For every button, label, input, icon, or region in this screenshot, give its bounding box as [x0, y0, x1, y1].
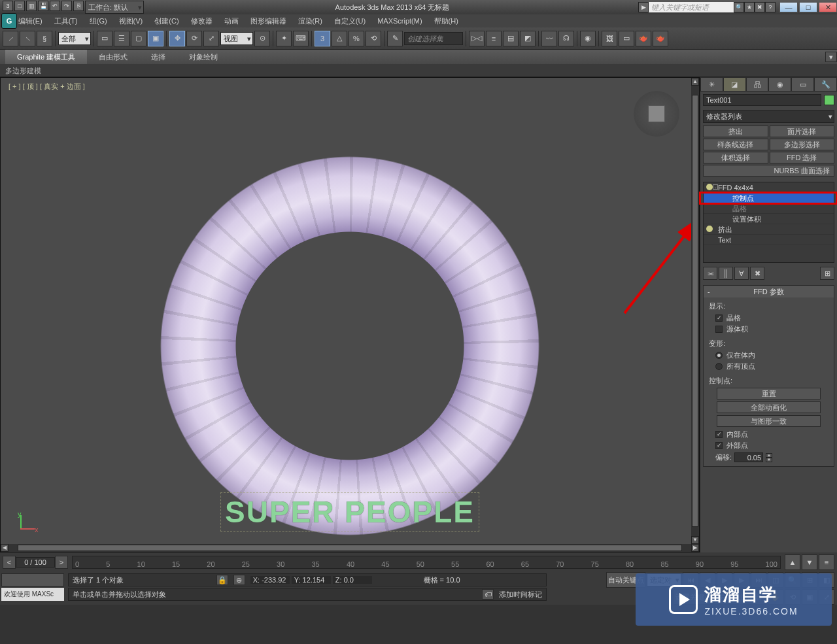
link-tool-icon[interactable]: ⟋: [3, 31, 18, 46]
search-go-icon[interactable]: 🔍: [734, 2, 744, 12]
bind-spacewarp-icon[interactable]: §: [37, 31, 52, 46]
menu-views[interactable]: 视图(V): [119, 16, 143, 26]
workspace-selector[interactable]: 工作台: 默认: [85, 1, 144, 14]
percent-snap-icon[interactable]: %: [349, 31, 364, 46]
button-reset[interactable]: 重置: [717, 388, 821, 399]
ribbon-tab-objectpaint[interactable]: 对象绘制: [177, 50, 230, 64]
offset-value-input[interactable]: [734, 452, 763, 462]
goto-start-icon[interactable]: ⏮: [683, 572, 698, 588]
menu-tools[interactable]: 工具(T): [54, 16, 78, 26]
rendered-frame-icon[interactable]: ▭: [619, 31, 634, 46]
scene-torus-object[interactable]: [160, 156, 539, 535]
play-icon[interactable]: ▶: [717, 572, 732, 588]
timeconfig2-icon[interactable]: >: [55, 556, 68, 569]
panel-hierarchy-icon[interactable]: 品: [746, 77, 769, 92]
abs-rel-icon[interactable]: ⊕: [233, 575, 245, 585]
make-unique-icon[interactable]: ∀: [734, 267, 749, 280]
goto-end-icon[interactable]: ⏭: [751, 572, 766, 588]
cmdpanel-scroll-up-icon[interactable]: ▲: [785, 554, 800, 570]
manipulate-icon[interactable]: ✦: [276, 31, 292, 46]
panel-modify-icon[interactable]: ◪: [723, 77, 746, 92]
nav-zoom-icon[interactable]: ⤢: [819, 589, 834, 605]
add-time-tag[interactable]: 添加时间标记: [499, 590, 542, 600]
select-object-icon[interactable]: ▭: [97, 31, 112, 46]
keyboard-shortcut-icon[interactable]: ⌨: [293, 31, 309, 46]
maximize-button[interactable]: □: [799, 2, 817, 12]
ref-coord-system[interactable]: 视图: [220, 32, 253, 45]
fov-icon[interactable]: ◧: [819, 572, 834, 588]
modset-patchsel[interactable]: 面片选择: [770, 126, 835, 137]
menu-modifiers[interactable]: 修改器: [191, 16, 213, 26]
modset-volsel[interactable]: 体积选择: [703, 152, 768, 163]
unlink-tool-icon[interactable]: ⟍: [20, 31, 35, 46]
open-icon[interactable]: ▥: [26, 1, 37, 11]
exchange-icon[interactable]: ✖: [755, 2, 765, 12]
menu-animation[interactable]: 动画: [224, 16, 239, 26]
radio-only-in-volume[interactable]: 仅在体内: [709, 350, 828, 361]
checkbox-inside-points[interactable]: ✓内部点: [709, 429, 828, 440]
spinner-snap-icon[interactable]: ⟲: [366, 31, 381, 46]
stack-ffd[interactable]: -FFD 4x4x4: [704, 182, 834, 193]
next-frame-icon[interactable]: ▶: [734, 572, 749, 588]
coord-z[interactable]: Z: 0.0: [333, 576, 372, 584]
coord-x[interactable]: X: -233.92: [250, 576, 290, 584]
panel-create-icon[interactable]: ✳: [700, 77, 723, 92]
menu-grapheditors[interactable]: 图形编辑器: [250, 16, 286, 26]
modset-extrude[interactable]: 挤出: [703, 126, 768, 137]
object-color-swatch[interactable]: [824, 95, 834, 105]
app-menu-icon[interactable]: 3: [3, 1, 13, 11]
checkbox-outside-points[interactable]: ✓外部点: [709, 440, 828, 451]
configure-sets-icon[interactable]: ⊞: [820, 267, 834, 280]
button-animate-all[interactable]: 全部动画化: [717, 401, 821, 413]
maxscript-mini-listener[interactable]: [1, 573, 64, 586]
prev-frame-icon[interactable]: ◀: [700, 572, 715, 588]
key-target-dropdown[interactable]: 选定对: [647, 573, 681, 586]
render-setup-icon[interactable]: 🖼: [602, 31, 617, 46]
remove-modifier-icon[interactable]: ✖: [750, 267, 764, 280]
isolate-icon[interactable]: ◫: [768, 572, 783, 588]
new-icon[interactable]: □: [14, 1, 25, 11]
radio-all-vertices[interactable]: 所有顶点: [709, 361, 828, 372]
time-range-readout[interactable]: 0 / 100: [16, 557, 55, 568]
checkbox-lattice[interactable]: ✓晶格: [709, 313, 828, 324]
menu-create[interactable]: 创建(C): [154, 16, 179, 26]
modset-ffdsel[interactable]: FFD 选择: [770, 152, 835, 163]
menu-rendering[interactable]: 渲染(R): [298, 16, 322, 26]
ribbon-tab-freeform[interactable]: 自由形式: [87, 50, 139, 64]
modset-polysel[interactable]: 多边形选择: [770, 139, 835, 150]
selection-filter[interactable]: 全部: [58, 32, 91, 45]
modifier-stack[interactable]: -FFD 4x4x4 控制点 晶格 设置体积 挤出 Text: [703, 182, 834, 263]
edit-named-sel-icon[interactable]: ✎: [387, 31, 403, 46]
checkbox-source-volume[interactable]: 源体积: [709, 324, 828, 335]
menu-maxscript[interactable]: MAXScript(M): [377, 17, 422, 25]
nav-orbit-icon[interactable]: ⟲: [785, 589, 800, 605]
help-icon[interactable]: ?: [765, 2, 776, 12]
welcome-button[interactable]: 欢迎使用 MAXSc: [1, 588, 64, 601]
rect-region-icon[interactable]: ▢: [131, 31, 146, 46]
schematic-view-icon[interactable]: ☊: [558, 31, 574, 46]
rollout-header[interactable]: FFD 参数: [704, 286, 834, 297]
cmdpanel-collapse-icon[interactable]: ≡: [819, 554, 834, 570]
stack-ffd-controlpoints[interactable]: 控制点: [704, 193, 834, 203]
subscription-icon[interactable]: ★: [744, 2, 755, 12]
timeconfig-icon[interactable]: <: [3, 556, 16, 569]
panel-display-icon[interactable]: ▭: [791, 77, 814, 92]
modset-splinesel[interactable]: 样条线选择: [703, 139, 768, 150]
viewcube[interactable]: [634, 91, 679, 137]
stack-extrude[interactable]: 挤出: [704, 224, 834, 235]
setkey-button[interactable]: 设置关键点: [674, 589, 713, 605]
lock-selection-icon[interactable]: 🔒: [216, 575, 228, 585]
viewcube-face-icon[interactable]: [648, 105, 665, 122]
graphite-toggle-icon[interactable]: ◩: [520, 31, 536, 46]
nav-pan-icon[interactable]: ✋: [768, 589, 783, 605]
viewport-top[interactable]: [ + ] [ 顶 ] [ 真实 + 边面 ] SUPER PEOPLE y x…: [0, 77, 700, 552]
menu-help[interactable]: 帮助(H): [434, 16, 458, 26]
menu-customize[interactable]: 自定义(U): [334, 16, 366, 26]
app-logo-icon[interactable]: G: [1, 13, 17, 29]
stack-text[interactable]: Text: [704, 235, 834, 245]
panel-motion-icon[interactable]: ◉: [768, 77, 791, 92]
zoom-all-icon[interactable]: ⊞: [802, 572, 817, 588]
ribbon-tab-graphite[interactable]: Graphite 建模工具: [5, 50, 87, 64]
link-icon[interactable]: ⎘: [73, 1, 84, 11]
object-name-field[interactable]: Text001: [703, 94, 821, 106]
